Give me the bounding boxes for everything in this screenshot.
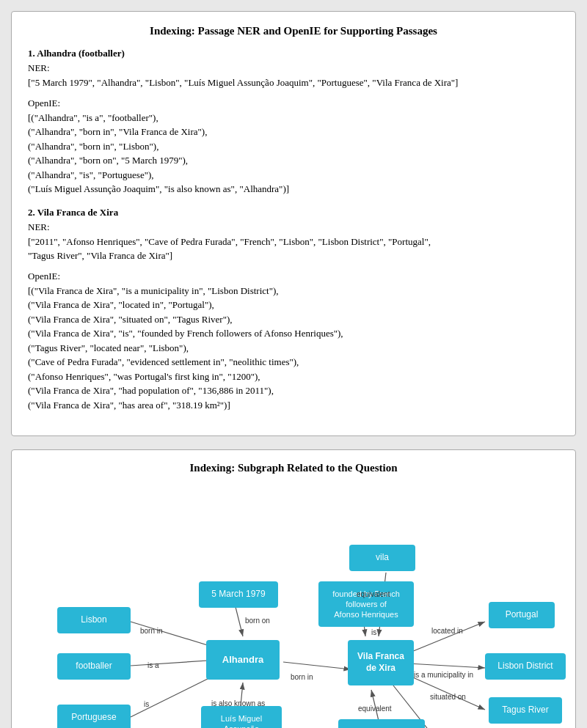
openie2-label: OpenIE: [28, 271, 559, 282]
label-is-founded: is [371, 628, 376, 636]
top-panel: Indexing: Passage NER and OpenIE for Sup… [11, 11, 576, 436]
svg-line-4 [236, 607, 243, 636]
node-luis: Luís Miguel Assunção Joaquim [201, 706, 282, 728]
ner2-content: ["2011", "Afonso Henriques", "Cave of Pe… [28, 235, 559, 263]
label-is-port: is [144, 700, 149, 708]
node-vila-franca: Vila Franca de Xira [348, 640, 414, 685]
label-situated-on: situated on [430, 693, 466, 701]
openie1-label: OpenIE: [28, 98, 559, 109]
node-alhandra: Alhandra [206, 640, 280, 680]
label-born-in-vila: born in [291, 673, 313, 681]
label-born-in-lisbon: born in [140, 627, 163, 635]
node-tagus: Tagus River [489, 697, 562, 724]
section2-heading: 2. Vila Franca de Xira [28, 207, 559, 218]
openie2-content: [("Vila Franca de Xira", "is a municipal… [28, 284, 559, 413]
ner1-label: NER: [28, 62, 559, 74]
bottom-panel: Indexing: Subgraph Related to the Questi… [11, 449, 576, 728]
bottom-panel-title: Indexing: Subgraph Related to the Questi… [19, 462, 568, 474]
label-equivalent-vila: equivalent [357, 590, 390, 598]
node-footballer: footballer [57, 653, 131, 680]
node-portuguese: Portuguese [57, 705, 131, 728]
label-born-on: born on [245, 617, 270, 625]
openie1-content: [("Alhandra", "is a", "footballer"), ("A… [28, 111, 559, 196]
node-lisbon: Lisbon [57, 607, 131, 633]
node-founded: founded by French followers of Afonso He… [318, 581, 414, 627]
node-vila: vila [349, 545, 415, 571]
svg-line-11 [408, 663, 485, 668]
section1-heading: 1. Alhandra (footballer) [28, 48, 559, 59]
ner1-content: ["5 March 1979", "Alhandra", "Lisbon", "… [28, 76, 559, 90]
node-lisbon-district: Lisbon District [485, 653, 566, 680]
section-alhandra: 1. Alhandra (footballer) NER: ["5 March … [28, 48, 559, 196]
ner2-label: NER: [28, 221, 559, 233]
node-portugal: Portugal [489, 602, 555, 628]
top-panel-title: Indexing: Passage NER and OpenIE for Sup… [28, 25, 559, 37]
label-is-a: is a [147, 661, 159, 669]
label-equivalent-muni: equivalent [358, 705, 392, 713]
graph-area: Lisbon footballer Portuguese 5 March 197… [19, 486, 577, 728]
label-located-in: located in [431, 627, 463, 635]
section-vila: 2. Vila Franca de Xira NER: ["2011", "Af… [28, 207, 559, 413]
node-municipality: municipality of Vila Franca de Xira [338, 719, 425, 728]
svg-line-6 [283, 662, 351, 669]
label-also-known: is also known as [211, 699, 265, 707]
label-municipality-in: is a municipality in [414, 671, 473, 679]
node-march: 5 March 1979 [199, 581, 278, 608]
